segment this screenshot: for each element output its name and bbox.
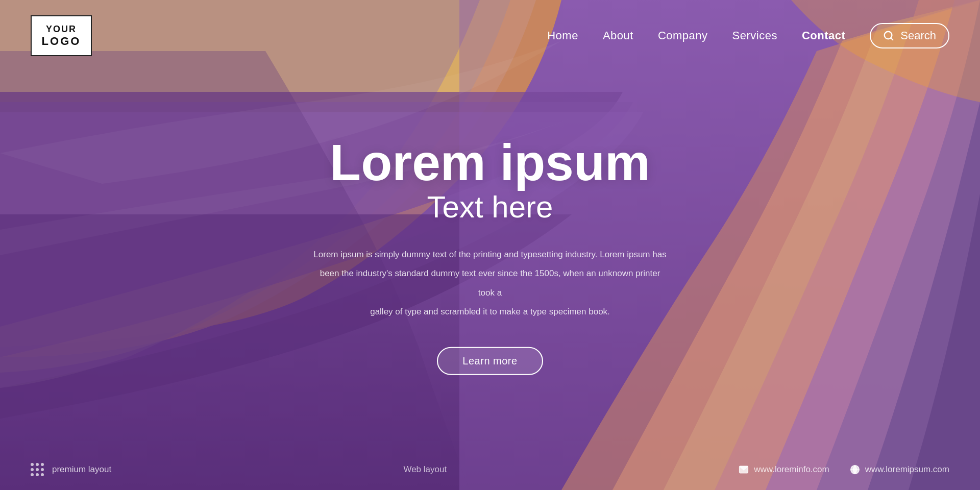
logo[interactable]: YOUR LOGO (31, 15, 92, 56)
footer-left: premium layout (31, 463, 111, 476)
footer: premium layout Web layout www.loreminfo.… (0, 449, 980, 490)
footer-badge: premium layout (52, 464, 111, 475)
nav-item-services[interactable]: Services (732, 29, 777, 42)
footer-website-text: www.loremipsum.com (865, 464, 949, 475)
nav-link-contact[interactable]: Contact (802, 29, 845, 42)
dots-icon (31, 463, 44, 476)
hero-subtitle: Text here (311, 189, 669, 225)
hero-title: Lorem ipsum (311, 136, 669, 189)
search-icon (883, 30, 894, 41)
nav-item-contact[interactable]: Contact (802, 29, 845, 42)
search-box[interactable]: Search (870, 23, 949, 48)
logo-line2: LOGO (42, 35, 81, 48)
nav-item-home[interactable]: Home (547, 29, 578, 42)
header: YOUR LOGO Home About Company Services Co… (0, 0, 980, 71)
nav-link-about[interactable]: About (603, 29, 633, 42)
hero-section: Lorem ipsum Text here Lorem ipsum is sim… (311, 136, 669, 375)
nav-item-company[interactable]: Company (658, 29, 708, 42)
nav-link-company[interactable]: Company (658, 29, 708, 42)
footer-right: www.loreminfo.com www.loremipsum.com (739, 464, 949, 475)
globe-icon (850, 464, 860, 475)
logo-line1: YOUR (46, 24, 77, 35)
learn-more-button[interactable]: Learn more (437, 347, 543, 375)
nav-area: Home About Company Services Contact Sear… (547, 23, 949, 48)
hero-description: Lorem ipsum is simply dummy text of the … (311, 245, 669, 322)
search-label: Search (900, 29, 936, 42)
nav-links: Home About Company Services Contact (547, 29, 845, 42)
footer-website-link[interactable]: www.loremipsum.com (850, 464, 949, 475)
footer-email-text: www.loreminfo.com (754, 464, 829, 475)
nav-link-home[interactable]: Home (547, 29, 578, 42)
svg-line-3 (891, 38, 893, 40)
email-icon (739, 464, 749, 475)
footer-email-link[interactable]: www.loreminfo.com (739, 464, 829, 475)
nav-item-about[interactable]: About (603, 29, 633, 42)
nav-link-services[interactable]: Services (732, 29, 777, 42)
footer-center: Web layout (403, 464, 447, 475)
